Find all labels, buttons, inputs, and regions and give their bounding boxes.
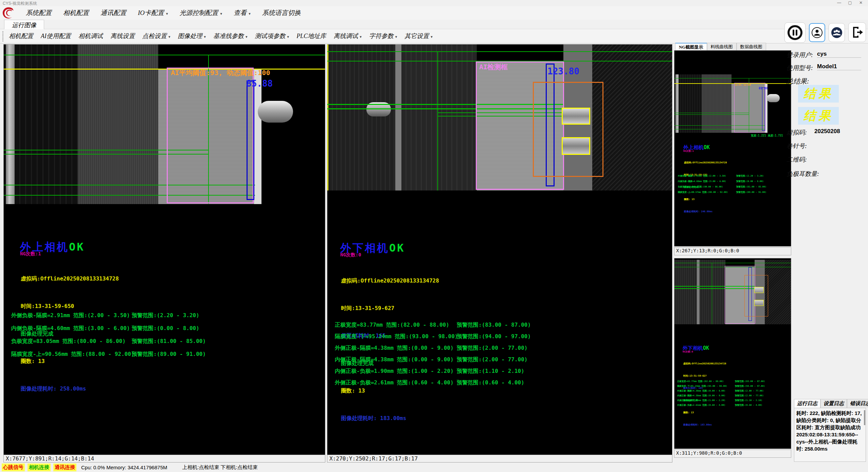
users-button[interactable] bbox=[829, 23, 845, 42]
menu-language-switch[interactable]: 系统语言切换 bbox=[262, 8, 301, 17]
camera1-coord-bar: X:7677;Y:891;R:14;G:14;B:14 bbox=[4, 455, 325, 462]
needle-number-label: 卷针号: bbox=[786, 142, 807, 150]
login-user-field[interactable]: cys bbox=[817, 51, 861, 58]
tab-error-log[interactable]: 错误日志 bbox=[847, 399, 868, 408]
image-region bbox=[401, 44, 477, 190]
pause-button[interactable] bbox=[784, 22, 806, 43]
toolbar: 相机配置 AI使用配置 相机调试 离线设置 点检设置 图像处理 基准线参数 测试… bbox=[0, 29, 868, 43]
heartbeat-status-badge: 心跳信号 bbox=[2, 464, 25, 471]
tab-run-image[interactable]: 运行图像 bbox=[4, 20, 44, 29]
detect-box-pink bbox=[167, 68, 254, 203]
camera1-panel: AI平均阈值:93, 动态阈值:100 85.88 外上相机OK NG次数:1 … bbox=[3, 44, 325, 462]
chevron-down-icon bbox=[246, 33, 248, 40]
camera1-image[interactable]: AI平均阈值:93, 动态阈值:100 85.88 bbox=[4, 44, 325, 204]
preview1-coord-bar: X:267;Y:13;R:0;G:0;B:0 bbox=[674, 247, 791, 255]
chevron-down-icon bbox=[204, 33, 206, 40]
mini-image bbox=[674, 260, 791, 324]
preview2-coord-bar: X:311;Y:980;R:0;G:0;B:0 bbox=[674, 450, 791, 458]
menu-io-card-config[interactable]: IO卡配置 bbox=[138, 8, 168, 17]
measure-value-overlay: 123.80 bbox=[547, 66, 579, 76]
model-field[interactable]: Model1 bbox=[817, 63, 861, 70]
model-label: 使用型号: bbox=[786, 64, 813, 72]
preview1[interactable]: ▮▮:93, ▮▮:100 85.88 宽度:1.221 高度:1.731 外上… bbox=[674, 50, 791, 247]
toolbar-grip[interactable] bbox=[2, 31, 3, 41]
guide-line bbox=[327, 44, 328, 190]
close-icon[interactable]: ✕ bbox=[856, 0, 866, 5]
log-scrollbar[interactable] bbox=[864, 410, 865, 425]
app-logo-icon bbox=[1, 6, 15, 20]
camera-connect-badge: 相机连接 bbox=[28, 464, 51, 471]
tab-material-curve[interactable]: 料线曲线图 bbox=[707, 43, 737, 50]
image-region bbox=[395, 44, 401, 190]
guide-line bbox=[4, 55, 325, 55]
mini-overlay-shape bbox=[767, 94, 780, 102]
tab-run-log[interactable]: 运行日志 bbox=[794, 399, 820, 408]
tool-ai-usage-config[interactable]: AI使用配置 bbox=[41, 32, 71, 40]
mini-overlay-shape: 85.88 bbox=[759, 87, 768, 90]
tool-plc-address-lib[interactable]: PLC地址库 bbox=[296, 32, 326, 40]
tool-test-item-params[interactable]: 测试项参数 bbox=[255, 32, 289, 40]
spot-check-status: 上相机:点检结束 下相机:点检结束 bbox=[182, 464, 258, 471]
tool-camera-debug[interactable]: 相机调试 bbox=[78, 32, 103, 40]
guide-line bbox=[4, 69, 325, 70]
measure-value-overlay: 85.88 bbox=[246, 78, 273, 89]
mini-camera2-ng: NG次数:0 bbox=[683, 350, 693, 353]
camera2-measurements: 正极宽度=83.77mm 范围:(82.00 - 88.00)预警范围:(83.… bbox=[335, 322, 661, 391]
chevron-down-icon bbox=[166, 9, 168, 17]
title-bar: CYS-视觉检测系统 — ▢ ✕ bbox=[0, 0, 868, 6]
tool-other-settings[interactable]: 其它设置 bbox=[404, 32, 433, 40]
mini-size-text: 宽度:1.221 高度:1.731 bbox=[751, 134, 783, 138]
menu-light-control-config[interactable]: 光源控制配置 bbox=[180, 8, 222, 17]
detect-box-orange bbox=[533, 82, 603, 177]
status-bar: 心跳信号 相机连接 通讯连接 Cpu: 0.0% Memory: 3424.41… bbox=[0, 462, 868, 472]
menu-comm-config[interactable]: 通讯配置 bbox=[101, 8, 126, 17]
tool-image-processing[interactable]: 图像处理 bbox=[178, 32, 206, 40]
exit-button[interactable] bbox=[848, 22, 866, 42]
menu-view[interactable]: 查看 bbox=[234, 8, 251, 17]
tool-baseline-params[interactable]: 基准线参数 bbox=[213, 32, 248, 40]
minimize-icon[interactable]: — bbox=[834, 0, 844, 5]
exit-door-icon bbox=[850, 25, 864, 39]
tab-ng-capture[interactable]: NG截图显示 bbox=[675, 43, 707, 50]
preview-tabs: NG截图显示 料线曲线图 数据曲线图 bbox=[675, 43, 766, 50]
window-title: CYS-视觉检测系统 bbox=[3, 1, 37, 6]
chevron-down-icon bbox=[220, 9, 222, 17]
tab-data-curve[interactable]: 数据曲线图 bbox=[737, 43, 766, 50]
mini-overlay-shape bbox=[674, 260, 711, 324]
virtual-code-label: 虚拟码: bbox=[786, 128, 807, 137]
mini-overlay-shape bbox=[674, 83, 791, 84]
mini-overlay-shape bbox=[734, 83, 765, 132]
maximize-icon[interactable]: ▢ bbox=[845, 0, 855, 5]
mini-overlay-shape bbox=[762, 87, 765, 131]
qr-code-label: 二维码: bbox=[786, 156, 807, 164]
menu-system-config[interactable]: 系统配置 bbox=[26, 8, 52, 17]
guide-line bbox=[327, 51, 672, 52]
tool-camera-config[interactable]: 相机配置 bbox=[9, 32, 33, 40]
cpu-memory-status: Cpu: 0.0% Memory: 3424.41796875M bbox=[81, 465, 167, 470]
metal-pin bbox=[258, 101, 293, 123]
detect-box-blue bbox=[247, 80, 254, 200]
tool-offline-setting[interactable]: 离线设置 bbox=[110, 32, 135, 40]
preview2[interactable]: 外下相机OK NG次数:0 虚拟码:Offline202502081331347… bbox=[674, 258, 791, 449]
camera2-image[interactable]: AI检测框 123.80 bbox=[327, 44, 672, 190]
run-log-panel[interactable]: 耗时: 222, 缺陷检测耗时: 17, 缺陷分类耗时: 0, 缺陷提取分区耗时… bbox=[794, 408, 866, 462]
threshold-overlay-label: AI平均阈值:93, 动态阈值:100 bbox=[171, 68, 270, 77]
mini-overlay-shape bbox=[744, 275, 768, 316]
mini-image: ▮▮:93, ▮▮:100 85.88 bbox=[674, 74, 791, 133]
tab-row: 运行图像 bbox=[0, 20, 868, 29]
tool-char-params[interactable]: 字符参数 bbox=[369, 32, 397, 40]
image-region bbox=[592, 44, 672, 190]
chevron-down-icon bbox=[431, 33, 433, 40]
tool-offline-debug[interactable]: 离线调试 bbox=[333, 32, 362, 40]
comm-connect-badge: 通讯连接 bbox=[53, 464, 76, 471]
pause-icon bbox=[787, 25, 803, 40]
mini-overlay-shape bbox=[711, 260, 725, 324]
tool-spot-check-setting[interactable]: 点检设置 bbox=[142, 32, 170, 40]
mini-camera2-measurements: 正极宽度=83.77mm 范围:(82.00 - 88.00)预警范围:(83.… bbox=[677, 380, 790, 409]
user-button[interactable] bbox=[809, 23, 825, 42]
camera2-coord-bar: X:270;Y:2502;R:17;G:17;B:17 bbox=[327, 455, 672, 462]
menu-camera-config[interactable]: 相机配置 bbox=[63, 8, 89, 17]
chevron-down-icon bbox=[360, 33, 362, 40]
chevron-down-icon bbox=[249, 9, 251, 17]
tab-setting-log[interactable]: 设置日志 bbox=[820, 399, 847, 408]
